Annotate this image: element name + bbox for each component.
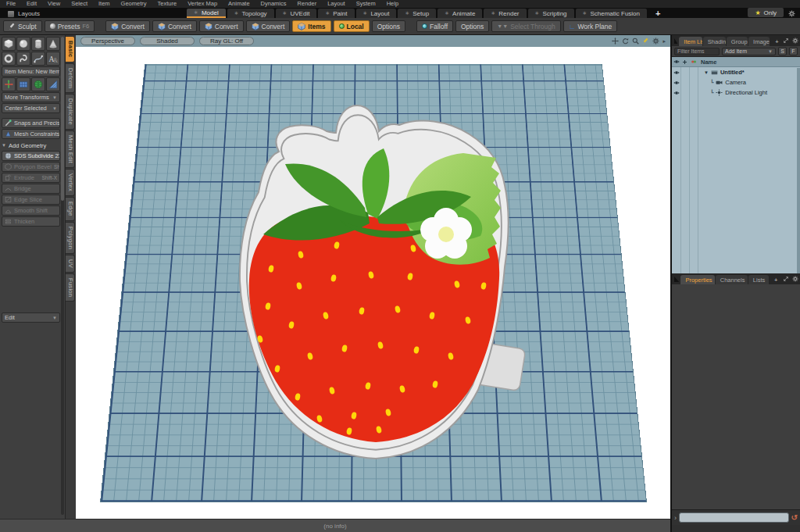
orbit-icon[interactable] — [622, 37, 629, 45]
falloff-button[interactable]: Falloff — [416, 20, 453, 32]
layout-tab-scripting[interactable]: ∗Scripting — [528, 9, 574, 18]
layout-tab-render[interactable]: ∗Render — [484, 9, 526, 18]
menu-view[interactable]: View — [48, 0, 60, 8]
wedge-tool-button[interactable] — [46, 77, 60, 91]
chevron-right-icon[interactable]: ▸ — [662, 38, 666, 45]
layout-tab-uvedit[interactable]: ∗UVEdit — [276, 9, 317, 18]
menu-geometry[interactable]: Geometry — [121, 0, 147, 8]
item-row-untitled[interactable]: ▼ Untitled* — [672, 67, 800, 77]
convert-button-2[interactable]: Convert — [152, 20, 197, 32]
convert-button-3[interactable]: Convert — [199, 20, 244, 32]
menu-vertex-map[interactable]: Vertex Map — [188, 0, 217, 8]
add-geometry-section-header[interactable]: ▼ Add Geometry — [2, 141, 60, 150]
add-item-dropdown[interactable]: Add Item ▼ — [722, 48, 776, 55]
layouts-menu[interactable]: Layouts — [0, 10, 48, 18]
eye-icon[interactable] — [672, 70, 680, 76]
primitive-torus-button[interactable] — [2, 52, 16, 66]
tab-images[interactable]: Images — [748, 37, 770, 46]
tool-thicken[interactable]: Thicken — [2, 216, 60, 227]
menu-render[interactable]: Render — [298, 0, 317, 8]
sidebar-scrollbar[interactable] — [61, 37, 64, 515]
expand-panel-icon[interactable] — [783, 276, 789, 282]
item-menu-dropdown[interactable]: Item Menu: New Item▼ — [2, 66, 60, 77]
layout-tab-schematic-fusion[interactable]: ∗Schematic Fusion — [576, 9, 647, 18]
sculpt-button[interactable]: Sculpt — [3, 20, 42, 32]
layout-tab-setup[interactable]: ∗Setup — [398, 9, 436, 18]
primitive-cylinder-button[interactable] — [31, 37, 45, 51]
menu-help[interactable]: Help — [387, 0, 398, 8]
items-mode-button[interactable]: Items — [292, 20, 330, 32]
command-input[interactable] — [679, 512, 789, 523]
only-toggle-button[interactable]: ★ Only — [748, 8, 784, 17]
layout-tab-topology[interactable]: ∗Topology — [227, 9, 274, 18]
side-tab-basic[interactable]: Basic — [66, 36, 75, 62]
edit-dropdown[interactable]: Edit▼ — [2, 312, 60, 323]
expander-triangle-icon[interactable]: ▼ — [704, 70, 709, 75]
side-tab-mesh-edit[interactable]: Mesh Edit — [66, 130, 75, 168]
scopes-button[interactable]: S — [778, 47, 787, 55]
item-row-directional-light[interactable]: ┗ Directional Light — [672, 87, 800, 98]
menu-animate[interactable]: Animate — [228, 0, 250, 8]
convert-button-4[interactable]: Convert — [246, 20, 291, 32]
layout-tab-paint[interactable]: ∗Paint — [318, 9, 354, 18]
primitive-cone-button[interactable] — [46, 37, 60, 51]
item-list-scrollbar[interactable] — [797, 68, 800, 273]
side-tab-deform[interactable]: Deform — [66, 63, 75, 93]
menu-system[interactable]: System — [356, 0, 376, 8]
panel-corner-widget[interactable] — [674, 277, 679, 282]
viewport-settings-gear-icon[interactable] — [652, 37, 659, 45]
viewport-raygl-button[interactable]: Ray GL: Off — [199, 37, 254, 45]
presets-button[interactable]: Presets F6 — [45, 20, 95, 32]
local-action-center-button[interactable]: Local — [334, 20, 370, 32]
snaps-and-precision-button[interactable]: Snaps and Precision — [2, 118, 60, 128]
filters-button[interactable]: F — [789, 47, 798, 55]
tabbar-gear-icon[interactable] — [788, 10, 795, 17]
action-center-options-button[interactable]: Options — [372, 20, 405, 32]
viewport-projection-button[interactable]: Perspective — [80, 37, 135, 45]
side-tab-edge[interactable]: Edge — [66, 197, 75, 221]
menu-texture[interactable]: Texture — [158, 0, 177, 8]
tab-groups[interactable]: Groups — [727, 37, 748, 46]
tab-channels[interactable]: Channels — [716, 275, 748, 284]
menu-layout[interactable]: Layout — [327, 0, 345, 8]
edit-icon[interactable] — [642, 37, 649, 45]
menu-edit[interactable]: Edit — [27, 0, 37, 8]
layout-tab-model[interactable]: ∗Model — [187, 9, 226, 18]
primitive-sphere-button[interactable] — [16, 37, 30, 51]
menu-item[interactable]: Item — [98, 0, 110, 8]
expand-panel-icon[interactable] — [783, 37, 789, 44]
falloff-options-button[interactable]: Options — [455, 20, 489, 32]
panel-corner-widget[interactable] — [674, 38, 677, 44]
tab-properties[interactable]: Properties — [680, 275, 714, 284]
menu-dynamics[interactable]: Dynamics — [261, 0, 287, 8]
panel-gear-icon[interactable] — [792, 276, 798, 282]
transform-tool-button[interactable] — [2, 77, 16, 91]
tab-shading[interactable]: Shading — [703, 37, 726, 46]
menu-select[interactable]: Select — [71, 0, 88, 8]
primitive-cube-button[interactable] — [2, 37, 16, 51]
mesh-constraints-button[interactable]: Mesh Constraints — [2, 129, 60, 139]
work-plane-button[interactable]: ∟ Work Plane — [563, 20, 618, 32]
tab-lists[interactable]: Lists — [748, 275, 769, 284]
item-row-camera[interactable]: ┗ Camera — [672, 77, 800, 87]
tool-bridge[interactable]: Bridge — [2, 184, 60, 194]
side-tab-duplicate[interactable]: Duplicate — [66, 94, 75, 130]
viewport-shading-button[interactable]: Shaded — [140, 37, 195, 45]
tool-sds-subdivide[interactable]: SDS Subdivide 2X — [2, 151, 60, 161]
select-through-button[interactable]: ▼▼ Select Through — [491, 20, 560, 32]
add-panel-tab-button[interactable]: + — [770, 37, 782, 46]
command-history-icon[interactable]: ↺ — [791, 513, 798, 522]
layout-tab-layout[interactable]: ∗Layout — [356, 9, 397, 18]
text-tool-button[interactable]: A& — [46, 52, 60, 66]
zoom-icon[interactable] — [632, 37, 639, 45]
tool-smooth-shift[interactable]: Smooth Shift — [2, 205, 60, 216]
panel-gear-icon[interactable] — [792, 37, 798, 44]
eye-icon[interactable] — [672, 80, 680, 86]
mesh-item-button[interactable] — [31, 77, 45, 91]
add-panel-tab-button[interactable]: + — [770, 275, 782, 284]
strawberry-cookie-cutter-model[interactable] — [223, 81, 527, 495]
side-tab-uv[interactable]: UV — [66, 255, 75, 273]
side-tab-fusion[interactable]: Fusion — [66, 273, 75, 302]
pan-icon[interactable] — [612, 37, 619, 45]
side-tab-vertex[interactable]: Vertex — [66, 169, 75, 196]
